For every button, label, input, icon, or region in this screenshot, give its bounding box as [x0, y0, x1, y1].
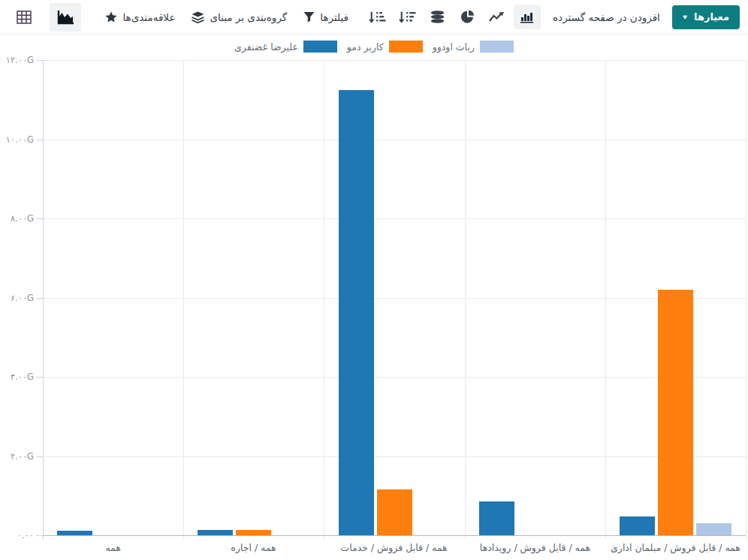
legend-swatch: [303, 41, 337, 53]
y-axis-label: ۸.۰۰G: [0, 212, 34, 224]
funnel-icon: [303, 11, 315, 23]
legend-label: علیرضا غضنفری: [234, 41, 298, 53]
y-gridline: [43, 140, 746, 140]
y-gridline: [43, 60, 746, 61]
measures-button[interactable]: معیارها ▼: [672, 5, 740, 29]
sort-descending-icon: [398, 11, 416, 24]
pie-chart-icon: [460, 10, 475, 24]
bar[interactable]: [658, 290, 693, 535]
x-gridline: [605, 60, 606, 540]
bar[interactable]: [339, 90, 374, 535]
control-panel: معیارها ▼ افزودن در صفحه گسترده: [0, 0, 748, 35]
bar[interactable]: [236, 530, 271, 535]
insert-in-spreadsheet-button[interactable]: افزودن در صفحه گسترده: [553, 11, 660, 23]
x-gridline: [465, 60, 466, 540]
legend-label: ربات اودوو: [433, 41, 475, 53]
x-axis-label: همه / اجاره: [183, 541, 324, 555]
stacked-toggle-button[interactable]: [424, 5, 451, 29]
y-gridline: [43, 298, 746, 299]
y-axis-tick: [36, 218, 43, 219]
x-axis-label: همه: [43, 541, 183, 555]
bar[interactable]: [479, 501, 514, 535]
chart-type-bar-button[interactable]: [514, 5, 541, 29]
groupby-button[interactable]: گروه‌بندی بر مبنای: [192, 11, 287, 23]
bar[interactable]: [57, 531, 92, 535]
x-axis-label: همه / قابل فروش / رویدادها: [465, 541, 605, 555]
y-axis-tick: [36, 456, 43, 457]
chart-type-line-button[interactable]: [484, 5, 511, 29]
y-axis-tick: [36, 535, 43, 536]
star-icon: [105, 11, 117, 23]
bar[interactable]: [198, 530, 233, 535]
y-axis-tick: [36, 377, 43, 378]
y-gridline: [43, 456, 746, 457]
bar[interactable]: [377, 489, 412, 535]
y-axis-tick: [36, 140, 43, 140]
filters-label: فیلترها: [320, 11, 348, 23]
area-chart-icon: [56, 9, 75, 26]
graph-area: علیرضا غضنفری کاربر دمو ربات اودوو ۰.۰۰۲…: [0, 35, 748, 560]
bar[interactable]: [620, 516, 655, 535]
legend-label: کاربر دمو: [347, 41, 384, 53]
legend-item[interactable]: علیرضا غضنفری: [234, 41, 337, 53]
favorites-button[interactable]: علاقه‌مندی‌ها: [105, 11, 175, 23]
chart-legend: علیرضا غضنفری کاربر دمو ربات اودوو: [0, 41, 748, 53]
x-gridline: [746, 60, 746, 540]
legend-item[interactable]: ربات اودوو: [433, 41, 514, 53]
legend-item[interactable]: کاربر دمو: [347, 41, 423, 53]
y-axis-label: ۶.۰۰G: [0, 292, 34, 304]
sort-ascending-icon: [368, 11, 386, 24]
legend-swatch: [389, 41, 423, 53]
x-axis-label: همه / قابل فروش / خدمات: [324, 541, 464, 555]
x-axis-line: [43, 535, 746, 536]
y-axis-label: ۲.۰۰G: [0, 450, 34, 462]
y-axis-tick: [36, 60, 43, 61]
x-gridline: [43, 60, 44, 540]
y-gridline: [43, 377, 746, 378]
stacked-discs-icon: [430, 11, 445, 23]
caret-down-icon: ▼: [683, 14, 687, 20]
y-gridline: [43, 218, 746, 219]
y-axis-tick: [36, 298, 43, 299]
measures-label: معیارها: [694, 11, 729, 23]
search-facets: فیلترها گروه‌بندی بر مبنای علاقه‌مندی‌ها: [105, 11, 348, 23]
line-chart-icon: [489, 11, 505, 23]
x-gridline: [183, 60, 184, 540]
y-axis-label: ۰.۰۰: [0, 529, 34, 541]
view-switcher: [8, 3, 81, 32]
chart-type-pie-button[interactable]: [454, 5, 481, 29]
x-axis-label: همه / قابل فروش / مبلمان اداری: [605, 541, 746, 555]
bar-chart-icon: [520, 11, 535, 23]
filters-button[interactable]: فیلترها: [303, 11, 348, 23]
sort-descending-button[interactable]: [394, 5, 421, 29]
layers-icon: [192, 11, 204, 23]
bar[interactable]: [696, 523, 731, 535]
y-axis-label: ۱۰.۰۰G: [0, 134, 34, 146]
groupby-label: گروه‌بندی بر مبنای: [210, 11, 287, 23]
view-switch-pivot-button[interactable]: [8, 3, 40, 32]
view-switch-graph-button[interactable]: [50, 3, 81, 32]
grid-pivot-icon: [17, 11, 32, 24]
favorites-label: علاقه‌مندی‌ها: [122, 11, 175, 23]
legend-swatch: [480, 41, 514, 53]
x-gridline: [324, 60, 324, 540]
y-axis-label: ۴.۰۰G: [0, 371, 34, 383]
sort-ascending-button[interactable]: [363, 5, 391, 29]
y-axis-label: ۱۲.۰۰G: [0, 54, 34, 66]
